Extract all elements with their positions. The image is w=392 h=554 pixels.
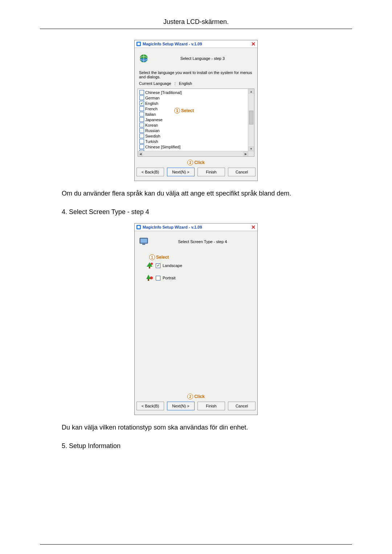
wizard-dialog-step3: MagicInfo Setup Wizard - v.1.09 Select L… <box>134 40 258 181</box>
list-item[interactable]: Japanese <box>139 117 248 122</box>
current-language-value: English <box>179 81 192 86</box>
app-icon <box>136 41 141 46</box>
svg-rect-12 <box>140 239 147 243</box>
checkbox-icon[interactable] <box>139 144 144 149</box>
finish-button[interactable]: Finish <box>197 402 225 410</box>
callout-badge-1-icon: 1 <box>174 108 180 114</box>
checkbox-icon[interactable] <box>139 117 144 122</box>
checkbox-icon[interactable] <box>139 128 144 133</box>
callout-select: 1 Select <box>174 108 194 114</box>
body-paragraph-1: Om du använder flera språk kan du välja … <box>62 190 330 197</box>
window-title: MagicInfo Setup Wizard - v.1.09 <box>143 225 202 229</box>
checkbox-icon[interactable] <box>139 134 144 138</box>
list-item[interactable]: Swedish <box>139 133 248 139</box>
option-label: Portrait <box>163 276 175 280</box>
callout-badge-2-icon: 2 <box>187 394 193 399</box>
page-header-title: Justera LCD-skärmen. <box>40 18 352 29</box>
back-button[interactable]: < Back(B) <box>136 402 164 410</box>
cancel-button[interactable]: Cancel <box>228 168 256 176</box>
language-label: English <box>145 101 158 106</box>
checkbox-icon[interactable] <box>156 276 160 280</box>
globe-icon <box>139 54 148 63</box>
option-landscape[interactable]: Landscape <box>146 262 252 270</box>
callout-badge-1-icon: 1 <box>149 254 155 260</box>
checkbox-icon[interactable] <box>156 263 160 268</box>
back-button[interactable]: < Back(B) <box>136 168 164 176</box>
language-label: German <box>145 96 160 100</box>
checkbox-icon[interactable] <box>139 95 144 100</box>
step-title: Select Language - step 3 <box>152 56 253 61</box>
svg-point-19 <box>150 276 153 279</box>
callout-click: 2 Click <box>138 160 254 165</box>
svg-rect-8 <box>138 226 140 229</box>
colon-sep: : <box>172 81 178 86</box>
checkbox-icon[interactable] <box>139 90 144 95</box>
list-item[interactable]: Turkish <box>139 139 248 144</box>
checkbox-icon[interactable] <box>139 112 144 116</box>
svg-rect-13 <box>142 244 145 245</box>
callout-badge-2-icon: 2 <box>187 160 193 165</box>
footer-divider <box>40 544 352 545</box>
checkbox-icon[interactable] <box>139 139 144 144</box>
scroll-down-icon[interactable]: ▼ <box>248 146 254 151</box>
option-label: Landscape <box>163 263 182 268</box>
language-label: Japanese <box>145 118 163 122</box>
callout-click-label: Click <box>194 160 205 165</box>
list-item[interactable]: Korean <box>139 122 248 128</box>
close-button[interactable] <box>250 224 257 230</box>
close-button[interactable] <box>250 41 257 47</box>
language-label: Turkish <box>145 139 158 144</box>
svg-rect-1 <box>138 43 140 45</box>
step4-heading: 4. Select Screen Type - step 4 <box>62 208 330 216</box>
instruction-text: Select the language you want to install … <box>139 70 253 79</box>
next-button[interactable]: Next(N) > <box>167 402 195 410</box>
checkbox-icon[interactable] <box>139 101 144 106</box>
current-language-row: Current Language : English <box>139 81 253 86</box>
next-button[interactable]: Next(N) > <box>167 168 195 176</box>
callout-click: 2 Click <box>138 394 254 399</box>
list-item[interactable]: Russian <box>139 128 248 133</box>
horizontal-scrollbar[interactable]: ◀ ▶ <box>138 151 248 156</box>
portrait-tree-icon <box>146 274 154 282</box>
list-item[interactable]: German <box>139 95 248 100</box>
list-item[interactable]: English <box>139 100 248 106</box>
vertical-scrollbar[interactable]: ▲ ▼ <box>248 89 254 151</box>
list-item[interactable]: Chinese [Traditional] <box>139 90 248 95</box>
callout-select-label: Select <box>181 108 194 113</box>
window-title: MagicInfo Setup Wizard - v.1.09 <box>143 42 202 46</box>
app-icon <box>136 225 141 230</box>
option-portrait[interactable]: Portrait <box>146 274 252 282</box>
scroll-thumb[interactable] <box>249 111 253 124</box>
checkbox-icon[interactable] <box>139 123 144 127</box>
language-listbox[interactable]: Chinese [Traditional] German English Fre… <box>138 89 254 157</box>
language-label: Chinese [Simplified] <box>145 145 180 149</box>
landscape-tree-icon <box>146 262 154 270</box>
body-paragraph-2: Du kan välja vilken rotationstyp som ska… <box>62 424 330 431</box>
scroll-right-icon[interactable]: ▶ <box>243 151 248 156</box>
language-label: Russian <box>145 128 160 133</box>
titlebar: MagicInfo Setup Wizard - v.1.09 <box>135 40 257 48</box>
svg-rect-18 <box>148 279 149 281</box>
step-title: Select Screen Type - step 4 <box>152 239 253 244</box>
language-label: Chinese [Traditional] <box>145 90 181 95</box>
callout-click-label: Click <box>194 394 205 399</box>
scroll-corner <box>248 151 254 156</box>
language-label: Swedish <box>145 134 160 138</box>
checkbox-icon[interactable] <box>139 106 144 111</box>
cancel-button[interactable]: Cancel <box>228 402 256 410</box>
callout-select: 1 Select <box>149 254 252 260</box>
finish-button[interactable]: Finish <box>197 168 225 176</box>
language-label: Italian <box>145 112 156 116</box>
scroll-up-icon[interactable]: ▲ <box>248 89 254 94</box>
callout-select-label: Select <box>156 255 169 260</box>
list-item[interactable]: Chinese [Simplified] <box>139 144 248 149</box>
language-label: Korean <box>145 123 158 127</box>
svg-point-16 <box>151 263 153 265</box>
language-label: French <box>145 107 158 111</box>
svg-rect-15 <box>149 267 150 268</box>
wizard-dialog-step4: MagicInfo Setup Wizard - v.1.09 Select S… <box>134 223 258 415</box>
monitor-icon <box>139 237 148 246</box>
titlebar: MagicInfo Setup Wizard - v.1.09 <box>135 223 257 231</box>
scroll-left-icon[interactable]: ◀ <box>138 152 143 157</box>
current-language-label: Current Language <box>139 81 171 86</box>
